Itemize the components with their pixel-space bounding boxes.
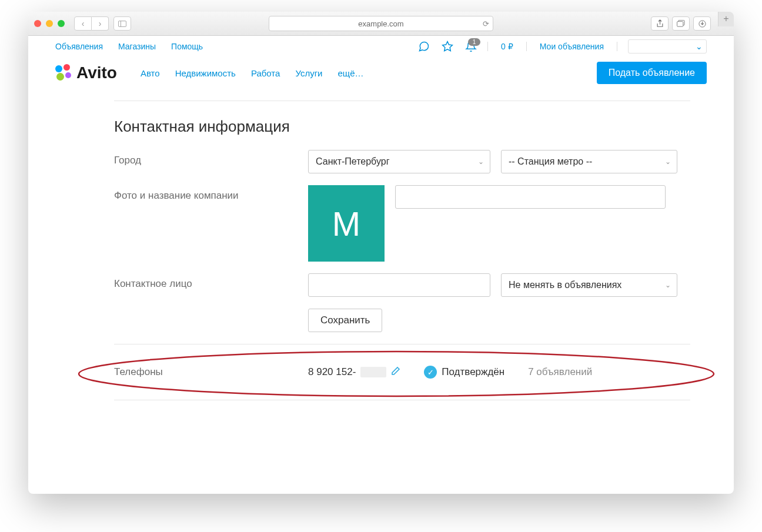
minimize-window-button[interactable]	[46, 20, 53, 27]
main-nav: Авто Недвижимость Работа Услуги ещё…	[141, 68, 364, 78]
messages-icon[interactable]	[418, 41, 430, 52]
edit-phone-icon[interactable]	[391, 366, 400, 379]
traffic-lights	[34, 20, 65, 27]
label-contact: Контактное лицо	[114, 273, 308, 290]
back-button[interactable]: ‹	[74, 16, 92, 31]
favorites-icon[interactable]	[442, 41, 453, 52]
tabs-button[interactable]	[672, 16, 690, 31]
divider	[114, 101, 690, 101]
phone-ads-count[interactable]: 7 объявлений	[528, 366, 592, 378]
svg-marker-5	[443, 42, 453, 51]
nav-services[interactable]: Услуги	[295, 68, 322, 78]
divider	[114, 400, 690, 400]
chevron-down-icon: ⌄	[696, 42, 703, 51]
chevron-down-icon: ⌄	[665, 281, 671, 289]
site-topbar: Объявления Магазины Помощь 1 0 ₽ Мои объ…	[28, 36, 734, 57]
browser-window: ‹ › example.com ⟳ +	[28, 12, 734, 494]
notifications-icon[interactable]: 1	[465, 41, 477, 52]
my-ads-link[interactable]: Мои объявления	[540, 42, 604, 51]
city-select[interactable]: Санкт-Петербург ⌄	[308, 150, 490, 173]
label-company: Фото и название компании	[114, 185, 308, 202]
nav-realty[interactable]: Недвижимость	[175, 68, 236, 78]
site-header: Avito Авто Недвижимость Работа Услуги ещ…	[28, 57, 734, 92]
phone-confirmed-label: Подтверждён	[442, 366, 504, 378]
contact-person-input[interactable]	[308, 273, 490, 297]
page-viewport: Объявления Магазины Помощь 1 0 ₽ Мои объ…	[28, 36, 734, 494]
new-tab-button[interactable]: +	[718, 12, 734, 26]
sidebar-toggle-button[interactable]	[113, 16, 131, 31]
check-circle-icon: ✓	[424, 366, 437, 379]
topbar-link-ads[interactable]: Объявления	[55, 42, 103, 51]
nav-more[interactable]: ещё…	[338, 68, 364, 78]
phone-confirmed-status: ✓ Подтверждён	[424, 366, 504, 379]
avatar-letter: М	[332, 204, 360, 243]
share-button[interactable]	[651, 16, 669, 31]
metro-select[interactable]: -- Станция метро -- ⌄	[501, 150, 677, 173]
forward-button[interactable]: ›	[92, 16, 109, 31]
user-menu-dropdown[interactable]: ⌄	[628, 39, 707, 53]
label-phones: Телефоны	[114, 366, 308, 378]
logo-text: Avito	[76, 63, 117, 82]
topbar-link-help[interactable]: Помощь	[171, 42, 203, 51]
address-bar[interactable]: example.com ⟳	[269, 16, 493, 31]
site-logo[interactable]: Avito	[55, 63, 117, 82]
phone-number: 8 920 152-	[308, 366, 400, 379]
phone-number-value: 8 920 152-	[308, 366, 356, 378]
nav-jobs[interactable]: Работа	[251, 68, 280, 78]
company-avatar[interactable]: М	[308, 185, 385, 262]
chevron-down-icon: ⌄	[665, 158, 671, 166]
post-ad-button[interactable]: Подать объявление	[597, 62, 707, 84]
logo-icon	[55, 64, 73, 82]
company-name-input[interactable]	[395, 185, 666, 209]
close-window-button[interactable]	[34, 20, 41, 27]
topbar-link-shops[interactable]: Магазины	[118, 42, 156, 51]
browser-chrome: ‹ › example.com ⟳ +	[28, 12, 734, 36]
label-city: Город	[114, 150, 308, 166]
city-select-value: Санкт-Петербург	[316, 156, 389, 167]
section-title: Контактная информация	[114, 118, 690, 136]
svg-rect-0	[118, 21, 126, 26]
phone-number-masked	[360, 367, 386, 377]
maximize-window-button[interactable]	[58, 20, 65, 27]
save-button[interactable]: Сохранить	[308, 309, 382, 332]
metro-select-value: -- Станция метро --	[509, 156, 592, 167]
notifications-badge: 1	[468, 38, 480, 46]
chevron-down-icon: ⌄	[478, 158, 484, 166]
ads-update-select[interactable]: Не менять в объявлениях ⌄	[501, 273, 677, 297]
downloads-button[interactable]	[693, 16, 711, 31]
ads-update-value: Не менять в объявлениях	[509, 280, 621, 290]
url-text: example.com	[358, 19, 403, 28]
balance-link[interactable]: 0 ₽	[501, 42, 513, 51]
reload-icon[interactable]: ⟳	[483, 19, 489, 28]
svg-rect-3	[677, 22, 683, 27]
nav-auto[interactable]: Авто	[141, 68, 160, 78]
